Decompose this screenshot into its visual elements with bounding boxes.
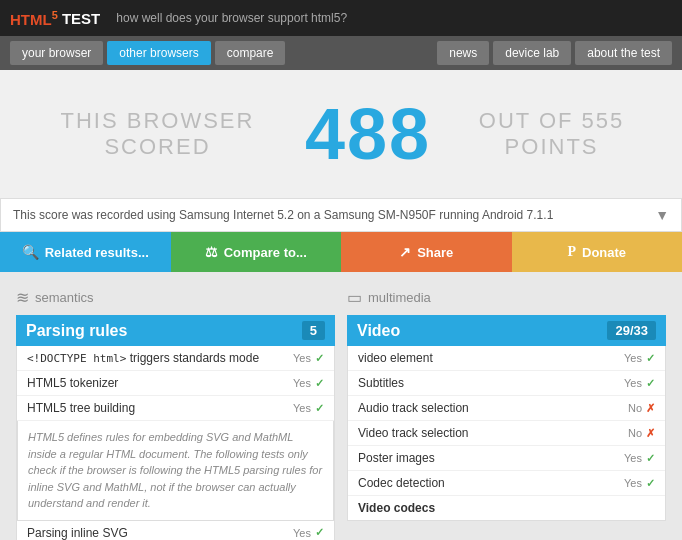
info-arrow-icon[interactable]: ▼ [655,207,669,223]
test-label: HTML5 tokenizer [27,376,293,390]
check-icon: ✓ [646,477,655,490]
nav-your-browser[interactable]: your browser [10,41,103,65]
test-result: Yes ✓ [624,352,655,365]
info-text: This score was recorded using Samsung In… [13,208,553,222]
test-item: Parsing inline SVG Yes ✓ [17,521,334,541]
score-prefix: THIS BROWSER SCORED [20,108,295,160]
video-title: Video 29/33 [347,315,666,346]
score-display: THIS BROWSER SCORED 488 OUT OF 555 POINT… [20,98,662,170]
semantics-column: ≋ semantics Parsing rules 5 <!DOCTYPE ht… [10,288,341,540]
header-tagline: how well does your browser support html5… [116,11,672,25]
test-result: No ✗ [628,402,655,415]
nav-compare[interactable]: compare [215,41,286,65]
share-icon: ↗ [399,244,411,260]
test-item: <!DOCTYPE html> triggers standards mode … [17,346,334,371]
parsing-description: HTML5 defines rules for embedding SVG an… [17,421,334,521]
test-result: Yes ✓ [624,477,655,490]
score-section: THIS BROWSER SCORED 488 OUT OF 555 POINT… [0,70,682,198]
test-item: video element Yes ✓ [348,346,665,371]
test-result: Yes ✓ [293,377,324,390]
test-item: Audio track selection No ✗ [348,396,665,421]
logo-test: TEST [58,10,101,27]
check-icon: ✓ [646,352,655,365]
video-items: video element Yes ✓ Subtitles Yes ✓ Audi… [347,346,666,521]
test-label: video element [358,351,624,365]
check-icon: ✓ [315,377,324,390]
donate-icon: P [567,244,576,260]
share-label: Share [417,245,453,260]
test-item: HTML5 tree building Yes ✓ [17,396,334,421]
check-icon: ✓ [315,352,324,365]
compare-icon: ⚖ [205,244,218,260]
cross-icon: ✗ [646,402,655,415]
nav-right: news device lab about the test [437,41,672,65]
test-label: Codec detection [358,476,624,490]
multimedia-column: ▭ multimedia Video 29/33 video element Y… [341,288,672,540]
test-label: Subtitles [358,376,624,390]
parsing-rules-score: 5 [302,321,325,340]
share-button[interactable]: ↗ Share [341,232,512,272]
logo-html5: HTML5 [10,9,58,28]
video-category: Video 29/33 video element Yes ✓ Subtitle… [347,315,666,521]
test-result: Yes ✓ [293,526,324,539]
cross-icon: ✗ [646,427,655,440]
score-number: 488 [305,98,431,170]
header: HTML5 TEST how well does your browser su… [0,0,682,36]
nav-left: your browser other browsers compare [10,41,285,65]
multimedia-icon: ▭ [347,288,362,307]
semantics-icon: ≋ [16,288,29,307]
info-bar: This score was recorded using Samsung In… [0,198,682,232]
test-item: HTML5 tokenizer Yes ✓ [17,371,334,396]
action-bar: 🔍 Related results... ⚖ Compare to... ↗ S… [0,232,682,272]
test-item: Poster images Yes ✓ [348,446,665,471]
test-label: Audio track selection [358,401,628,415]
parsing-rules-title: Parsing rules 5 [16,315,335,346]
score-suffix: OUT OF 555 POINTS [441,108,662,160]
semantics-section-header: ≋ semantics [16,288,335,307]
nav-about-test[interactable]: about the test [575,41,672,65]
multimedia-section-header: ▭ multimedia [347,288,666,307]
test-label: Video track selection [358,426,628,440]
parsing-rules-items: <!DOCTYPE html> triggers standards mode … [16,346,335,540]
parsing-rules-category: Parsing rules 5 <!DOCTYPE html> triggers… [16,315,335,540]
test-result: Yes ✓ [624,452,655,465]
check-icon: ✓ [646,377,655,390]
test-label: Parsing inline SVG [27,526,293,540]
test-item: Codec detection Yes ✓ [348,471,665,496]
logo: HTML5 TEST [10,9,100,28]
test-label: Video codecs [358,501,655,515]
donate-button[interactable]: P Donate [512,232,683,272]
related-results-button[interactable]: 🔍 Related results... [0,232,171,272]
check-icon: ✓ [646,452,655,465]
search-icon: 🔍 [22,244,39,260]
test-result: No ✗ [628,427,655,440]
test-result: Yes ✓ [624,377,655,390]
donate-label: Donate [582,245,626,260]
multimedia-label: multimedia [368,290,431,305]
parsing-rules-label: Parsing rules [26,322,127,340]
video-label: Video [357,322,400,340]
main-content: ≋ semantics Parsing rules 5 <!DOCTYPE ht… [0,272,682,540]
related-label: Related results... [45,245,149,260]
nav-device-lab[interactable]: device lab [493,41,571,65]
test-label: Poster images [358,451,624,465]
compare-to-button[interactable]: ⚖ Compare to... [171,232,342,272]
nav-news[interactable]: news [437,41,489,65]
compare-label: Compare to... [224,245,307,260]
check-icon: ✓ [315,402,324,415]
nav: your browser other browsers compare news… [0,36,682,70]
semantics-label: semantics [35,290,94,305]
nav-other-browsers[interactable]: other browsers [107,41,210,65]
test-result: Yes ✓ [293,402,324,415]
test-item: Video track selection No ✗ [348,421,665,446]
test-label: <!DOCTYPE html> triggers standards mode [27,351,293,365]
video-score: 29/33 [607,321,656,340]
test-label: HTML5 tree building [27,401,293,415]
test-result: Yes ✓ [293,352,324,365]
check-icon: ✓ [315,526,324,539]
test-item: Video codecs [348,496,665,520]
test-item: Subtitles Yes ✓ [348,371,665,396]
